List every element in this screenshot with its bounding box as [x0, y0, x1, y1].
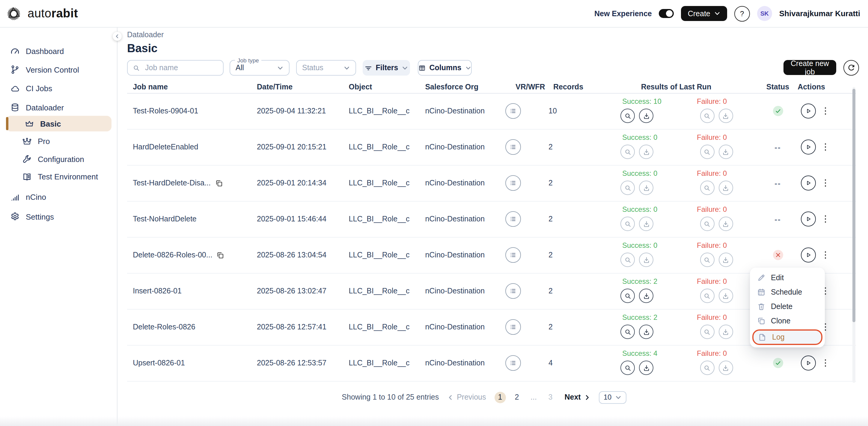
run-job-button[interactable]	[801, 104, 815, 118]
failure-view-button[interactable]	[700, 217, 714, 231]
filters-button[interactable]: Filters	[363, 60, 410, 76]
success-view-button[interactable]	[620, 324, 635, 339]
job-object: LLC_BI__Role__c	[349, 107, 410, 115]
run-job-button[interactable]	[801, 211, 815, 227]
failure-download-button[interactable]	[718, 217, 733, 231]
failure-download-button[interactable]	[718, 145, 733, 159]
sidebar-collapse-button[interactable]	[113, 32, 121, 41]
chevron-down-icon	[465, 64, 471, 71]
failure-actions	[700, 217, 733, 231]
run-job-button[interactable]	[801, 248, 815, 262]
next-page-button[interactable]: Next	[564, 393, 590, 401]
context-menu-item-log[interactable]: Log	[752, 330, 823, 345]
page-numbers: 12...3	[494, 392, 556, 403]
success-download-button[interactable]	[639, 109, 653, 123]
row-menu-button[interactable]	[823, 104, 828, 118]
failure-view-button[interactable]	[700, 361, 714, 375]
row-menu-button[interactable]	[823, 356, 828, 370]
success-view-button[interactable]	[620, 217, 635, 231]
page-size-select[interactable]: 10	[599, 391, 626, 403]
row-menu-button[interactable]	[823, 140, 828, 154]
page-number-3[interactable]: 3	[545, 392, 556, 403]
context-menu-item-edit[interactable]: Edit	[750, 271, 825, 285]
copy-icon[interactable]	[215, 179, 223, 187]
job-records: 2	[549, 287, 553, 295]
vr-wfr-button[interactable]	[505, 175, 521, 191]
breadcrumb[interactable]: Dataloader	[127, 31, 164, 39]
job-object: LLC_BI__Role__c	[349, 359, 410, 367]
run-job-button[interactable]	[801, 356, 815, 370]
context-menu-item-delete[interactable]: Delete	[750, 300, 825, 314]
failure-view-button[interactable]	[700, 180, 714, 195]
success-view-button[interactable]	[620, 361, 635, 375]
context-menu-item-schedule[interactable]: Schedule	[750, 285, 825, 300]
table-row: HardDeleteEnabled 2025-09-01 20:15:21 LL…	[127, 129, 856, 166]
failure-download-button[interactable]	[718, 324, 733, 339]
vr-wfr-button[interactable]	[505, 319, 521, 335]
sidebar-item-version-control[interactable]: Version Control	[6, 62, 112, 78]
failure-view-button[interactable]	[700, 145, 714, 159]
run-job-button[interactable]	[801, 175, 815, 191]
sidebar-item-test-environment[interactable]: Test Environment	[6, 169, 112, 184]
create-new-job-button[interactable]: Create new job	[783, 60, 836, 75]
avatar[interactable]: SK	[757, 6, 772, 21]
sidebar-item-settings[interactable]: Settings	[6, 209, 112, 224]
page-number-2[interactable]: 2	[511, 392, 522, 403]
row-menu-button[interactable]	[823, 212, 828, 226]
sidebar-item-dataloader[interactable]: Dataloader	[6, 100, 112, 115]
search-input[interactable]	[144, 63, 218, 73]
failure-download-button[interactable]	[718, 361, 733, 375]
success-download-button[interactable]	[639, 217, 653, 231]
refresh-button[interactable]	[843, 60, 859, 76]
create-button[interactable]: Create	[681, 6, 727, 21]
column-header-object: Object	[349, 83, 372, 91]
success-download-button[interactable]	[639, 324, 653, 339]
success-view-button[interactable]	[620, 289, 635, 303]
sidebar-item-dashboard[interactable]: Dashboard	[6, 43, 112, 59]
row-menu-button[interactable]	[823, 176, 828, 190]
failure-view-button[interactable]	[700, 253, 714, 267]
success-download-button[interactable]	[639, 361, 653, 375]
vr-wfr-button[interactable]	[505, 211, 521, 227]
success-download-button[interactable]	[639, 253, 653, 267]
vr-wfr-button[interactable]	[505, 355, 521, 371]
row-menu-button[interactable]	[823, 248, 828, 262]
success-download-button[interactable]	[639, 289, 653, 303]
help-button[interactable]: ?	[734, 6, 750, 21]
new-experience-toggle[interactable]	[659, 9, 674, 18]
success-view-button[interactable]	[620, 253, 635, 267]
success-download-button[interactable]	[639, 145, 653, 159]
job-name-cell: Test-Roles-0904-01	[133, 107, 198, 115]
vr-wfr-button[interactable]	[505, 139, 521, 155]
status-select[interactable]: Status	[296, 60, 356, 76]
sidebar-item-configuration[interactable]: Configuration	[6, 151, 112, 167]
job-type-select[interactable]: Job type All	[229, 60, 289, 76]
success-view-button[interactable]	[620, 180, 635, 195]
vr-wfr-button[interactable]	[505, 283, 521, 299]
vr-wfr-button[interactable]	[505, 247, 521, 263]
success-view-button[interactable]	[620, 145, 635, 159]
context-menu-item-clone[interactable]: Clone	[750, 314, 825, 328]
failure-download-button[interactable]	[718, 109, 733, 123]
copy-icon[interactable]	[217, 251, 224, 259]
failure-view-button[interactable]	[700, 109, 714, 123]
sidebar-item-ci-jobs[interactable]: CI Jobs	[6, 81, 112, 96]
failure-view-button[interactable]	[700, 324, 714, 339]
success-download-button[interactable]	[639, 180, 653, 195]
failure-download-button[interactable]	[718, 180, 733, 195]
failure-download-button[interactable]	[718, 289, 733, 303]
columns-button[interactable]: Columns	[418, 60, 472, 76]
sidebar-item-ncino[interactable]: nCino	[6, 190, 112, 205]
run-job-button[interactable]	[801, 140, 815, 154]
sidebar-item-basic[interactable]: Basic	[6, 116, 112, 132]
previous-page-button[interactable]: Previous	[447, 393, 486, 401]
scrollbar-thumb[interactable]	[852, 89, 855, 322]
success-actions	[620, 361, 653, 375]
page-number-1[interactable]: 1	[494, 392, 506, 403]
failure-download-button[interactable]	[718, 253, 733, 267]
failure-view-button[interactable]	[700, 289, 714, 303]
column-header-actions: Actions	[798, 83, 825, 91]
vr-wfr-button[interactable]	[505, 103, 521, 119]
success-view-button[interactable]	[620, 109, 635, 123]
sidebar-item-pro[interactable]: Pro	[6, 134, 112, 149]
